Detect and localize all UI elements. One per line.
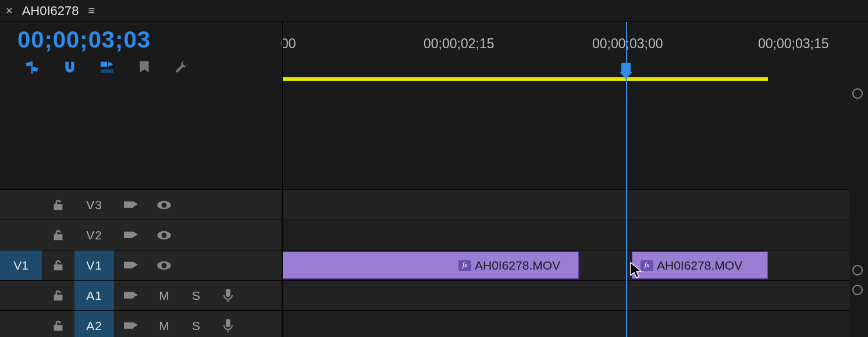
svg-rect-18 [124, 292, 133, 298]
mute-button[interactable]: M [148, 281, 180, 310]
sync-lock-indicator[interactable] [852, 265, 863, 275]
svg-point-9 [162, 202, 167, 207]
track-body[interactable]: fxAH0I6278.MOVfxAH0I6278.MOV [282, 250, 849, 280]
svg-marker-11 [133, 231, 138, 237]
fx-badge-icon[interactable]: fx [458, 260, 471, 271]
audio-track-row: A2MS [0, 310, 849, 337]
sync-lock-icon[interactable] [114, 281, 148, 310]
time-ruler[interactable]: 0000;00;02;1500;00;03;0000;00;03;15 [282, 22, 868, 86]
snap-icon[interactable] [62, 59, 78, 76]
svg-point-13 [162, 232, 167, 238]
svg-marker-19 [133, 292, 138, 297]
right-rail [849, 81, 866, 337]
svg-marker-7 [133, 201, 138, 207]
svg-rect-1 [32, 67, 38, 71]
svg-rect-20 [226, 289, 230, 297]
sequence-title[interactable]: AH0I6278 [22, 3, 79, 19]
track-header: V2 [0, 220, 282, 250]
track-body[interactable] [282, 190, 849, 220]
timeline-tool-row [17, 59, 282, 76]
source-patch[interactable]: V1 [0, 250, 42, 280]
svg-rect-0 [26, 62, 32, 67]
svg-rect-25 [227, 329, 229, 332]
track-lock-icon[interactable] [42, 220, 74, 250]
fx-badge-icon[interactable]: fx [641, 260, 653, 271]
track-header: A1MS [0, 281, 282, 310]
solo-button[interactable]: S [180, 281, 212, 310]
clip[interactable]: fxAH0I6278.MOV [282, 252, 579, 279]
track-target[interactable]: V3 [74, 190, 114, 220]
sync-lock-icon[interactable] [114, 311, 148, 337]
tracks-area: V3V2V1V1fxAH0I6278.MOVfxAH0I6278.MOVA1MS… [0, 86, 849, 337]
source-patch[interactable] [0, 190, 42, 220]
track-target[interactable]: A2 [74, 311, 114, 337]
sync-lock-icon[interactable] [114, 250, 148, 280]
track-lock-icon[interactable] [42, 250, 74, 280]
timecode-display[interactable]: 00;00;03;03 [17, 28, 282, 51]
track-target[interactable]: V2 [74, 220, 114, 250]
track-target[interactable]: V1 [74, 250, 114, 280]
panel-menu-icon[interactable]: ≡ [88, 4, 95, 17]
video-track-row: V2 [0, 220, 849, 250]
svg-rect-5 [101, 69, 113, 73]
svg-marker-4 [108, 62, 113, 67]
svg-marker-15 [133, 261, 138, 267]
track-body[interactable] [282, 220, 849, 250]
track-lock-icon[interactable] [42, 281, 74, 310]
svg-rect-24 [226, 319, 230, 327]
toggle-track-output-icon[interactable] [148, 190, 180, 220]
clip-label: AH0I6278.MOV [657, 259, 742, 273]
track-header: V3 [0, 190, 282, 220]
track-header: A2MS [0, 311, 282, 337]
track-lock-icon[interactable] [42, 190, 74, 220]
sync-lock-icon[interactable] [114, 220, 148, 250]
sync-lock-indicator[interactable] [852, 88, 863, 99]
voiceover-record-icon[interactable] [212, 281, 244, 310]
track-target[interactable]: A1 [74, 281, 114, 310]
sync-lock-indicator[interactable] [852, 285, 863, 295]
clip-label: AH0I6278.MOV [475, 259, 560, 273]
work-area-bar[interactable] [282, 77, 768, 81]
track-lock-icon[interactable] [42, 311, 74, 337]
svg-rect-21 [227, 299, 229, 302]
svg-rect-2 [31, 61, 33, 74]
marker-icon[interactable] [136, 59, 152, 76]
solo-button[interactable]: S [180, 311, 212, 337]
ruler-label: 00;00;03;00 [592, 36, 663, 52]
video-track-row: V3 [0, 189, 849, 220]
track-body[interactable] [282, 311, 849, 337]
clip[interactable]: fxAH0I6278.MOV [632, 252, 768, 279]
sync-lock-icon[interactable] [114, 190, 148, 220]
svg-rect-10 [124, 231, 133, 238]
mute-button[interactable]: M [148, 311, 180, 337]
svg-rect-3 [101, 62, 107, 67]
svg-point-17 [162, 263, 167, 268]
header-body-divider [282, 22, 283, 337]
toggle-track-output-icon[interactable] [148, 220, 180, 250]
svg-rect-14 [124, 261, 133, 268]
nest-icon[interactable] [24, 59, 41, 76]
track-header: V1V1 [0, 250, 282, 280]
voiceover-record-icon[interactable] [212, 311, 244, 337]
track-body[interactable] [282, 281, 849, 310]
linked-selection-icon[interactable] [99, 59, 115, 76]
ruler-label: 00;00;02;15 [424, 36, 495, 52]
sequence-tab-bar: × AH0I6278 ≡ [0, 0, 868, 22]
source-patch[interactable] [0, 311, 42, 337]
svg-rect-6 [124, 201, 133, 207]
source-patch[interactable] [0, 281, 42, 310]
source-patch[interactable] [0, 220, 42, 250]
video-track-row: V1V1fxAH0I6278.MOVfxAH0I6278.MOV [0, 250, 849, 280]
toggle-track-output-icon[interactable] [148, 250, 180, 280]
svg-marker-23 [133, 322, 138, 328]
settings-icon[interactable] [173, 59, 190, 76]
svg-rect-22 [124, 322, 133, 328]
ruler-label: 00;00;03;15 [758, 36, 829, 52]
audio-track-row: A1MS [0, 280, 849, 310]
close-icon[interactable]: × [6, 4, 13, 17]
ruler-label: 00 [281, 36, 296, 52]
timeline-left-header: 00;00;03;03 [0, 22, 282, 86]
